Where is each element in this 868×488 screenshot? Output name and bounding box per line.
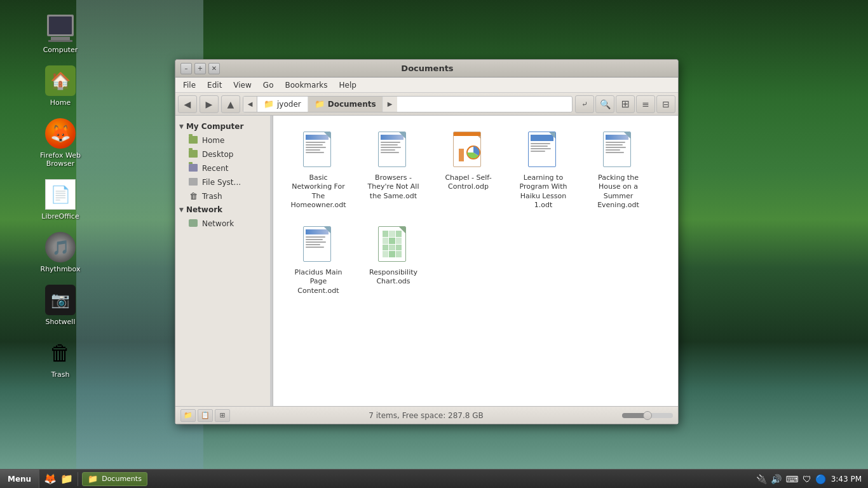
toolbar: ◀ ▶ ▲ ◀ 📁 jyoder 📁 Documents ▶ ⤶ 🔍 ⊞ ≡ ⊟ <box>175 93 678 116</box>
libreoffice-icon: 📄 <box>45 179 76 210</box>
status-text: 7 items, Free space: 287.8 GB <box>235 411 617 420</box>
sidebar-trash-label: Trash <box>202 192 222 201</box>
taskbar-open-windows: 📁 Documents <box>78 472 750 486</box>
breadcrumb-left-arrow[interactable]: ◀ <box>243 97 257 112</box>
section-arrow-my-computer: ▼ <box>179 123 184 130</box>
file-manager-window: – + ✕ Documents File Edit View Go Bookma… <box>175 59 679 424</box>
taskbar-quick-launch: 🦊 📁 <box>39 472 78 486</box>
file-label-responsibility: Responsibility Chart.ods <box>364 268 423 287</box>
zoom-slider-thumb[interactable] <box>643 411 652 420</box>
sidebar-recent-label: Recent <box>202 164 228 173</box>
file-item-packing[interactable]: Packing the House on a Summer Evening.od… <box>583 126 653 215</box>
sidebar: ▼ My Computer Home Desktop Recent <box>175 116 271 406</box>
up-button[interactable]: ▲ <box>221 95 240 113</box>
sidebar-item-trash[interactable]: 🗑 Trash <box>175 189 270 203</box>
breadcrumb-jyoder[interactable]: 📁 jyoder <box>257 97 308 112</box>
rhythmbox-icon-img: 🎵 <box>45 232 76 262</box>
sidebar-item-home[interactable]: Home <box>175 133 270 147</box>
file-icon-packing <box>603 132 634 170</box>
firefox-icon-label: Firefox Web Browser <box>35 151 86 168</box>
desktop-icon-firefox[interactable]: 🦊 Firefox Web Browser <box>35 118 86 168</box>
sidebar-network-label: Network <box>202 219 234 228</box>
tray-volume-icon: 🔊 <box>771 474 782 484</box>
zoom-slider[interactable] <box>622 413 673 418</box>
file-icon-basic-networking <box>303 132 334 170</box>
file-label-browsers: Browsers - They're Not All the Same.odt <box>364 173 423 201</box>
sidebar-item-desktop[interactable]: Desktop <box>175 147 270 161</box>
folder-icon-documents: 📁 <box>315 99 325 109</box>
desktop-icon-trash[interactable]: 🗑 Trash <box>35 337 86 379</box>
title-bar[interactable]: – + ✕ Documents <box>175 60 678 78</box>
taskbar-folder-icon[interactable]: 📁 <box>60 472 74 486</box>
desktop-icon-computer[interactable]: Computer <box>35 13 86 54</box>
menu-go[interactable]: Go <box>258 79 279 91</box>
tray-keyboard-icon: ⌨ <box>785 474 798 484</box>
shotwell-icon-label: Shotwell <box>46 318 76 326</box>
file-icon-chapel <box>453 132 484 170</box>
sidebar-filesystem-label: File Syst... <box>202 178 241 187</box>
file-item-responsibility[interactable]: Responsibility Chart.ods <box>358 220 428 301</box>
forward-button[interactable]: ▶ <box>200 95 219 113</box>
folder-icon-small: 📁 <box>264 99 274 109</box>
menu-file[interactable]: File <box>178 79 201 91</box>
desktop-icon-rhythmbox[interactable]: 🎵 Rhythmbox <box>35 232 86 273</box>
computer-icon-img <box>45 13 76 43</box>
toggle-path-button[interactable]: ⤶ <box>575 95 594 113</box>
sidebar-item-filesystem[interactable]: File Syst... <box>175 175 270 189</box>
taskbar-firefox-icon[interactable]: 🦊 <box>43 472 57 486</box>
desktop-icon-shotwell[interactable]: 📷 Shotwell <box>35 285 86 326</box>
desktop-icon-libreoffice[interactable]: 📄 LibreOffice <box>35 179 86 220</box>
rhythmbox-icon: 🎵 <box>45 232 76 262</box>
menu-view[interactable]: View <box>228 79 256 91</box>
desktop-icon-home[interactable]: 🏠 Home <box>35 65 86 107</box>
file-label-chapel: Chapel - Self-Control.odp <box>439 173 498 192</box>
icon-view-button[interactable]: ⊞ <box>616 95 635 113</box>
menu-help[interactable]: Help <box>334 79 362 91</box>
status-bar: 📁 📋 ⊞ 7 items, Free space: 287.8 GB <box>175 406 678 424</box>
file-icon-responsibility <box>378 226 409 264</box>
sidebar-section-my-computer[interactable]: ▼ My Computer <box>175 119 270 133</box>
sidebar-item-recent[interactable]: Recent <box>175 161 270 175</box>
firefox-icon: 🦊 <box>45 118 76 149</box>
maximize-button[interactable]: + <box>194 63 206 74</box>
window-title: Documents <box>220 64 635 73</box>
close-button[interactable]: ✕ <box>208 63 220 74</box>
file-item-learning[interactable]: Learning to Program With Haiku Lesson 1.… <box>508 126 578 215</box>
sidebar-section-network[interactable]: ▼ Network <box>175 203 270 217</box>
file-label-packing: Packing the House on a Summer Evening.od… <box>589 173 648 210</box>
status-btn-open-location[interactable]: 📋 <box>198 409 213 422</box>
file-item-placidus[interactable]: Placidus Main Page Content.odt <box>283 220 353 301</box>
file-item-browsers[interactable]: Browsers - They're Not All the Same.odt <box>358 126 428 215</box>
breadcrumb-bar: ◀ 📁 jyoder 📁 Documents ▶ <box>243 96 573 112</box>
trash-icon-label: Trash <box>51 370 69 379</box>
taskbar-window-documents[interactable]: 📁 Documents <box>82 472 147 486</box>
zoom-control <box>622 413 673 418</box>
breadcrumb-right-arrow[interactable]: ▶ <box>383 97 397 112</box>
minimize-button[interactable]: – <box>180 63 192 74</box>
back-button[interactable]: ◀ <box>178 95 197 113</box>
tray-icons: 🔌 🔊 ⌨ 🛡 🔵 <box>756 474 825 484</box>
file-item-chapel[interactable]: Chapel - Self-Control.odp <box>433 126 503 215</box>
section-arrow-network: ▼ <box>179 207 184 213</box>
menu-bookmarks[interactable]: Bookmarks <box>280 79 332 91</box>
taskbar-window-label: Documents <box>102 475 142 483</box>
menu-edit[interactable]: Edit <box>202 79 227 91</box>
breadcrumb-documents[interactable]: 📁 Documents <box>308 97 383 112</box>
home-icon-bg: 🏠 <box>45 65 76 96</box>
list-view-button[interactable]: ≡ <box>636 95 655 113</box>
computer-icon-label: Computer <box>43 46 78 54</box>
taskbar-window-icon: 📁 <box>88 474 98 484</box>
search-button[interactable]: 🔍 <box>595 95 614 113</box>
file-item-basic-networking[interactable]: Basic Networking For The Homeowner.odt <box>283 126 353 215</box>
taskbar-menu-button[interactable]: Menu <box>0 470 39 488</box>
compact-view-button[interactable]: ⊟ <box>656 95 675 113</box>
tray-security-icon: 🛡 <box>803 474 811 484</box>
file-icon-learning <box>528 132 559 170</box>
sidebar-desktop-icon <box>188 149 198 159</box>
tray-bluetooth-icon: 🔵 <box>815 474 826 484</box>
sidebar-item-network[interactable]: Network <box>175 217 270 231</box>
section-label-network: Network <box>186 205 222 214</box>
sidebar-home-label: Home <box>202 136 224 145</box>
status-btn-toggle[interactable]: ⊞ <box>215 409 230 422</box>
status-btn-new-folder[interactable]: 📁 <box>180 409 196 422</box>
